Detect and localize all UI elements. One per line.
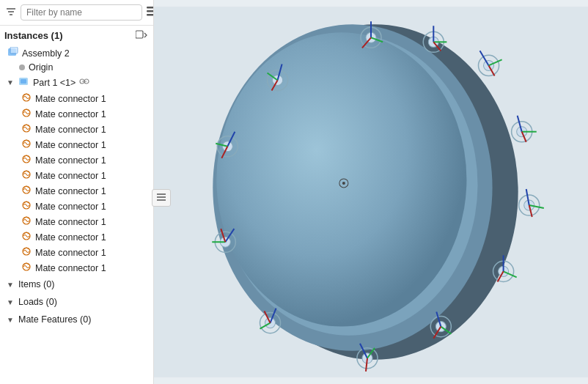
mate-features-section[interactable]: ▼ Mate Features (0) [0, 311, 153, 328]
mate-connector-icon [21, 92, 32, 105]
instances-header: Instances (1) [0, 26, 153, 45]
origin-item[interactable]: Origin [0, 61, 153, 74]
3d-viewport[interactable] [154, 0, 588, 384]
mate-connector-list: Mate connector 1 Mate connector 1 Mate c… [0, 91, 153, 276]
items-section[interactable]: ▼ Items (0) [0, 276, 153, 293]
mate-connector-label: Mate connector 1 [35, 171, 106, 181]
items-label: Items (0) [18, 279, 54, 289]
loads-section[interactable]: ▼ Loads (0) [0, 293, 153, 311]
mate-connector-item-5[interactable]: Mate connector 1 [0, 152, 153, 168]
mate-connector-item-3[interactable]: Mate connector 1 [0, 122, 153, 137]
mate-connector-icon [21, 139, 32, 151]
svg-rect-10 [21, 79, 26, 84]
mate-connector-item-2[interactable]: Mate connector 1 [0, 106, 153, 122]
svg-rect-6 [136, 31, 143, 38]
tree-area: Instances (1) Assembly 2 Origin [0, 26, 153, 384]
mate-connector-icon [21, 123, 32, 136]
loads-chevron[interactable]: ▼ [4, 296, 16, 308]
svg-rect-8 [10, 47, 18, 53]
part-label: Part 1 <1> [33, 78, 76, 88]
mate-connector-icon [21, 154, 32, 166]
mate-connector-item-11[interactable]: Mate connector 1 [0, 245, 153, 260]
mate-connector-icon [21, 169, 32, 182]
list-view-icon[interactable] [147, 7, 154, 18]
mate-connector-label: Mate connector 1 [35, 232, 106, 243]
filter-input[interactable] [21, 4, 142, 21]
mate-connector-label: Mate connector 1 [35, 263, 106, 273]
scroll-indicator[interactable] [152, 189, 171, 207]
mate-connector-label: Mate connector 1 [35, 109, 106, 119]
mate-connector-item-9[interactable]: Mate connector 1 [0, 214, 153, 229]
mate-connector-item-1[interactable]: Mate connector 1 [0, 91, 153, 106]
origin-label: Origin [29, 62, 53, 73]
mate-connector-icon [21, 200, 32, 213]
mate-connector-item-8[interactable]: Mate connector 1 [0, 199, 153, 214]
instances-label: Instances (1) [4, 30, 62, 41]
mate-connector-item-10[interactable]: Mate connector 1 [0, 229, 153, 245]
svg-rect-4 [147, 10, 154, 12]
svg-point-35 [342, 182, 345, 185]
part-icon [18, 76, 30, 89]
part-chevron[interactable]: ▼ [4, 77, 16, 89]
mate-connector-label: Mate connector 1 [35, 125, 106, 135]
mate-features-label: Mate Features (0) [18, 314, 91, 325]
mate-connector-label: Mate connector 1 [35, 186, 106, 196]
assembly-label: Assembly 2 [22, 48, 70, 59]
part-mate-icon[interactable] [79, 77, 89, 88]
mate-connector-label: Mate connector 1 [35, 94, 106, 104]
mate-connector-label: Mate connector 1 [35, 140, 106, 150]
part-item[interactable]: ▼ Part 1 <1> [0, 74, 153, 91]
mate-connector-icon [21, 231, 32, 243]
mate-connector-icon [21, 262, 32, 274]
mate-connector-icon [21, 185, 32, 197]
filter-icon[interactable] [6, 7, 16, 19]
svg-rect-5 [147, 14, 154, 16]
mate-connector-label: Mate connector 1 [35, 155, 106, 166]
mate-connector-label: Mate connector 1 [35, 248, 106, 258]
origin-icon [19, 64, 25, 70]
svg-rect-3 [147, 7, 154, 9]
left-panel: Instances (1) Assembly 2 Origin [0, 0, 154, 384]
items-chevron[interactable]: ▼ [4, 278, 16, 290]
mate-connector-label: Mate connector 1 [35, 202, 106, 212]
mate-features-chevron[interactable]: ▼ [4, 314, 16, 325]
mate-connector-item-12[interactable]: Mate connector 1 [0, 260, 153, 276]
toolbar-row [0, 0, 153, 26]
mate-connector-item-7[interactable]: Mate connector 1 [0, 183, 153, 199]
mate-connector-icon [21, 246, 32, 259]
mate-connector-item-6[interactable]: Mate connector 1 [0, 168, 153, 183]
loads-label: Loads (0) [18, 297, 57, 307]
mate-connector-item-4[interactable]: Mate connector 1 [0, 137, 153, 152]
mate-connector-label: Mate connector 1 [35, 217, 106, 227]
mate-connector-icon [21, 215, 32, 228]
assembly-item[interactable]: Assembly 2 [0, 45, 153, 61]
assembly-icon [7, 47, 19, 59]
instances-action-icon[interactable] [136, 29, 147, 42]
mate-connector-icon [21, 108, 32, 120]
right-panel [154, 0, 588, 384]
